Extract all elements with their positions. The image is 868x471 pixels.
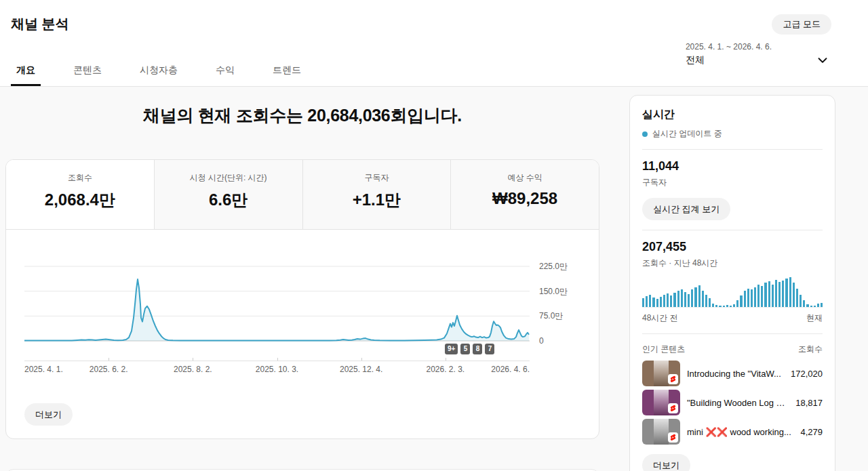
see-more-button[interactable]: 더보기: [24, 403, 73, 426]
sidebar-see-more-button[interactable]: 더보기: [642, 454, 690, 471]
metric-card[interactable]: 구독자+1.1만: [302, 160, 451, 229]
realtime-title: 실시간: [642, 108, 823, 122]
x-axis-tick: [108, 358, 109, 361]
tab-트렌드[interactable]: 트렌드: [267, 64, 307, 86]
realtime-status: 실시간 업데이트 중: [642, 128, 823, 140]
x-axis-tick: [446, 358, 446, 361]
x-axis-line: [24, 361, 530, 361]
realtime-bar: [712, 304, 714, 307]
video-title: "Building Wooden Log C...: [687, 398, 789, 408]
realtime-bar: [785, 279, 787, 307]
date-range-text: 2025. 4. 1. ~ 2026. 4. 6.: [686, 42, 772, 52]
metric-card[interactable]: 조회수2,068.4만: [6, 160, 154, 229]
thumbnail-image-strip: [654, 361, 669, 386]
realtime-bar: [681, 289, 683, 307]
realtime-bar: [772, 285, 774, 307]
x-axis-label: 2026. 2. 3.: [426, 365, 465, 374]
realtime-bar: [747, 289, 749, 307]
page-header: 채널 분석 고급 모드 2025. 4. 1. ~ 2026. 4. 6. 전체…: [0, 0, 868, 87]
tab-콘텐츠[interactable]: 콘텐츠: [68, 64, 107, 86]
see-live-count-button[interactable]: 실시간 집계 보기: [642, 198, 730, 220]
realtime-bar: [751, 289, 753, 307]
realtime-bar: [684, 292, 686, 307]
realtime-bar: [817, 304, 819, 307]
realtime-bar: [715, 305, 717, 307]
video-views: 4,279: [800, 427, 823, 437]
video-title: mini ❌❌ wood working...: [687, 427, 793, 437]
thumbnail-image-strip: [654, 390, 669, 415]
metric-label: 시청 시간(단위: 시간): [155, 172, 302, 184]
live-dot-icon: [642, 131, 648, 137]
metric-card-row: 조회수2,068.4만시청 시간(단위: 시간)6.6만구독자+1.1만예상 수…: [6, 160, 599, 230]
chevron-down-icon[interactable]: [815, 53, 830, 68]
realtime-bar: [800, 295, 802, 307]
top-content-row[interactable]: mini ❌❌ wood working...4,279: [642, 419, 823, 445]
realtime-bar: [782, 281, 784, 307]
video-marker-badges: 9+587: [445, 344, 494, 354]
metric-value: +1.1만: [303, 189, 451, 211]
advanced-mode-button[interactable]: 고급 모드: [772, 14, 831, 35]
metric-card[interactable]: 시청 시간(단위: 시간)6.6만: [154, 160, 302, 229]
realtime-bar: [803, 300, 805, 307]
realtime-bar: [663, 295, 665, 307]
views-area-fill: [24, 279, 529, 341]
realtime-bar: [660, 297, 662, 307]
realtime-bar: [694, 287, 696, 307]
content-area: 채널의 현재 조회수는 20,684,036회입니다. 조회수2,068.4만시…: [0, 87, 868, 471]
shorts-icon: [668, 432, 678, 443]
date-range-selector[interactable]: 2025. 4. 1. ~ 2026. 4. 6. 전체: [686, 42, 772, 66]
realtime-views-value: 207,455: [642, 240, 823, 254]
divider: [642, 230, 823, 230]
tab-수익[interactable]: 수익: [210, 64, 240, 86]
page-title: 채널 분석: [11, 15, 69, 33]
tab-시청자층[interactable]: 시청자층: [134, 64, 183, 86]
realtime-bar: [757, 285, 760, 307]
y-axis-label: 0: [539, 336, 544, 346]
video-thumbnail[interactable]: [642, 419, 680, 445]
metric-card[interactable]: 예상 수익₩89,258: [450, 160, 599, 229]
top-content-row[interactable]: Introducing the "VitaW...172,020: [642, 361, 823, 386]
x-axis-label: 2025. 8. 2.: [174, 365, 212, 374]
realtime-bar: [705, 295, 707, 307]
realtime-bar: [656, 299, 658, 307]
realtime-bar: [789, 277, 791, 307]
video-thumbnail[interactable]: [642, 361, 680, 386]
realtime-bar: [810, 306, 812, 307]
metric-value: ₩89,258: [451, 189, 599, 208]
realtime-bar: [649, 295, 651, 307]
top-content-title: 인기 콘텐츠: [642, 344, 685, 355]
thumbnail-image-strip: [654, 419, 669, 445]
x-axis-tick: [193, 358, 193, 361]
x-axis-label: 2025. 6. 2.: [90, 365, 128, 374]
realtime-bar: [821, 303, 823, 307]
x-axis-label: 2026. 4. 6.: [491, 365, 530, 374]
realtime-subscribers-value: 11,044: [642, 159, 823, 173]
realtime-bar: [642, 298, 644, 307]
realtime-bar: [775, 280, 777, 307]
top-content-row[interactable]: "Building Wooden Log C...18,817: [642, 390, 823, 415]
x-axis-tick: [361, 358, 362, 361]
realtime-bar: [768, 281, 770, 307]
views-headline: 채널의 현재 조회수는 20,684,036회입니다.: [5, 104, 599, 127]
divider: [642, 149, 823, 150]
realtime-bar: [709, 298, 711, 307]
realtime-views-label: 조회수 · 지난 48시간: [642, 258, 823, 269]
x-axis-label: 2025. 10. 3.: [256, 365, 298, 374]
y-axis-label: 150.0만: [539, 285, 568, 297]
video-title: Introducing the "VitaW...: [687, 369, 784, 379]
realtime-bar: [719, 306, 721, 307]
tab-개요[interactable]: 개요: [11, 64, 41, 86]
realtime-bar-chart: [642, 278, 823, 308]
video-views: 18,817: [795, 398, 823, 408]
views-line-chart: 225.0만150.0만75.0만0 2025. 4. 1.2025. 6. 2…: [24, 258, 530, 377]
video-marker-badge[interactable]: 9+: [445, 344, 458, 354]
realtime-bar: [740, 295, 742, 307]
realtime-card: 실시간 실시간 업데이트 중 11,044 구독자 실시간 집계 보기 207,…: [629, 95, 835, 471]
video-thumbnail[interactable]: [642, 390, 680, 415]
realtime-bar: [733, 304, 735, 307]
realtime-bar: [670, 295, 672, 307]
video-marker-badge[interactable]: 8: [473, 344, 482, 354]
video-marker-badge[interactable]: 5: [460, 344, 470, 354]
video-marker-badge[interactable]: 7: [485, 344, 494, 354]
divider: [642, 333, 823, 334]
